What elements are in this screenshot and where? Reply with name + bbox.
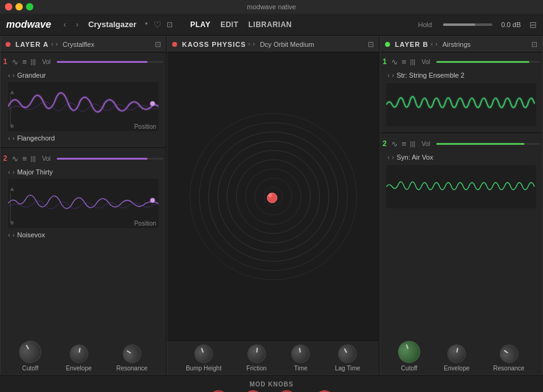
kaoss-header: KAOSS PHYSICS ‹ › Dcy Orbit Medium ⊡ xyxy=(167,36,379,52)
volume-slider[interactable] xyxy=(443,23,492,26)
layer-a-slot1: 1 ∿ ≡ ||| Vol ‹ › Grandeur xyxy=(1,52,166,146)
svg-point-0 xyxy=(150,101,155,106)
close-button[interactable] xyxy=(5,3,12,10)
slot2-sub-arrow-right[interactable]: › xyxy=(12,169,14,176)
resonance-b-knob[interactable] xyxy=(496,341,522,367)
spectra-knob[interactable] xyxy=(241,388,264,392)
layer-b-preset: Airstrings xyxy=(442,41,471,48)
layer-b-slot1-sub-arrow-right[interactable]: › xyxy=(392,72,394,79)
slot2-wave-icon: ∿ xyxy=(12,154,19,163)
layer-a-panel: LAYER A ‹ › Crystalflex ⊡ 1 ∿ ≡ ||| Vol … xyxy=(0,36,167,375)
slot2-sub-preset-row: ‹ › Major Thirty xyxy=(3,166,164,178)
favorite-button[interactable]: ♡ xyxy=(154,20,162,30)
kaoss-knobs-row: Bump Height Friction Time Lag Time xyxy=(167,340,379,374)
maximize-button[interactable] xyxy=(26,3,33,10)
resonance-a-knob-item: Resonance xyxy=(116,345,147,372)
slot2-stack-icon: ≡ xyxy=(22,154,27,163)
layer-a-save[interactable]: ⊡ xyxy=(155,40,161,49)
friction-knob[interactable] xyxy=(246,344,267,364)
layer-b-fwd[interactable]: › xyxy=(436,41,437,47)
layer-b-slot2-vol-bar[interactable] xyxy=(436,143,540,145)
minimize-button[interactable] xyxy=(15,3,23,10)
preset-back-button[interactable]: ‹ xyxy=(61,19,68,30)
slot1-sub-arrow-right[interactable]: › xyxy=(12,72,14,79)
slot1-bars-icon: ||| xyxy=(31,58,36,65)
layer-b-slot1-sub-preset-row: ‹ › Str: String Ensemble 2 xyxy=(383,70,540,81)
layer-a-preset: Crystalflex xyxy=(63,41,94,48)
preset-forward-button[interactable]: › xyxy=(73,19,81,30)
time-knob[interactable] xyxy=(290,343,312,365)
resonance-b-label: Resonance xyxy=(493,365,524,372)
svg-text:A: A xyxy=(10,187,14,192)
nav-play-button[interactable]: PLAY xyxy=(190,20,210,29)
settings-button[interactable]: ⊟ xyxy=(529,20,537,30)
svg-point-4 xyxy=(150,198,155,203)
layer-a-slot2-row: 2 ∿ ≡ ||| Vol xyxy=(3,152,164,165)
layer-a-power[interactable] xyxy=(6,42,10,47)
kaoss-preset: Dcy Orbit Medium xyxy=(260,41,314,48)
layer-a-back[interactable]: ‹ xyxy=(51,41,53,47)
cutoff-a-knob[interactable] xyxy=(15,337,45,367)
time-knob-item: Time xyxy=(291,345,310,372)
slot2-vol-bar[interactable] xyxy=(57,158,164,160)
slot2-bottom-arrow-left[interactable]: ‹ xyxy=(8,232,10,239)
layer-a-title: LAYER A xyxy=(15,41,49,48)
layer-b-slot1-vol-bar[interactable] xyxy=(436,61,540,63)
slot1-sub-arrow-left[interactable]: ‹ xyxy=(8,72,10,79)
layer-b-header: LAYER B ‹ › Airstrings ⊡ xyxy=(380,36,542,52)
preset-modified-indicator: * xyxy=(145,21,147,28)
slot2-sub-arrow-left[interactable]: ‹ xyxy=(8,169,10,176)
kaoss-fwd[interactable]: › xyxy=(253,41,255,47)
envelope-a-knob[interactable] xyxy=(68,343,89,365)
main-content: LAYER A ‹ › Crystalflex ⊡ 1 ∿ ≡ ||| Vol … xyxy=(0,36,543,375)
cutoff-a-knob-item: Cutoff xyxy=(19,341,41,372)
nav-edit-button[interactable]: EDIT xyxy=(220,20,238,29)
patternize-knob[interactable] xyxy=(312,387,338,392)
cutoff-b-knob[interactable] xyxy=(395,338,423,366)
slot1-bottom-preset-name: Flangechord xyxy=(17,134,55,142)
topbar-nav: PLAY EDIT LIBRARIAN xyxy=(190,20,292,29)
lag-time-knob[interactable] xyxy=(335,341,360,367)
resonance-b-knob-item: Resonance xyxy=(493,345,524,372)
animate-knob[interactable] xyxy=(276,390,298,392)
slot2-bottom-arrow-right[interactable]: › xyxy=(12,232,14,239)
layer-b-save[interactable]: ⊡ xyxy=(531,40,537,49)
layer-b-power[interactable] xyxy=(385,42,390,47)
layer-b-slot2-stack-icon: ≡ xyxy=(402,139,407,149)
slot1-vol-bar[interactable] xyxy=(57,61,164,63)
layer-b-slot1-sub-arrow-left[interactable]: ‹ xyxy=(388,72,389,79)
layer-a-header: LAYER A ‹ › Crystalflex ⊡ xyxy=(1,36,166,52)
preset-name: Crystalgazer xyxy=(88,20,136,29)
envelope-b-label: Envelope xyxy=(444,365,470,372)
bump-height-knob[interactable] xyxy=(192,342,215,365)
layer-b-slot2-bars-icon: ||| xyxy=(410,140,416,147)
hold-label: Hold xyxy=(418,21,433,28)
envelope-a-label: Envelope xyxy=(66,365,92,372)
layer-b-slot1-row: 1 ∿ ≡ ||| Vol xyxy=(383,55,540,68)
slot1-bottom-arrow-right[interactable]: › xyxy=(12,135,14,142)
envelope-b-knob-item: Envelope xyxy=(444,345,470,372)
layer-b-knobs: Cutoff Envelope Resonance xyxy=(380,337,542,374)
nav-librarian-button[interactable]: LIBRARIAN xyxy=(249,20,292,29)
svg-text:B: B xyxy=(10,220,14,226)
layer-b-slot1: 1 ∿ ≡ ||| Vol ‹ › Str: String Ensemble 2 xyxy=(380,52,542,131)
layer-b-slot2-sub-arrow-right[interactable]: › xyxy=(392,154,394,161)
resonance-a-knob[interactable] xyxy=(119,341,144,367)
kaoss-save[interactable]: ⊡ xyxy=(368,40,374,49)
layer-b-panel: LAYER B ‹ › Airstrings ⊡ 1 ∿ ≡ ||| Vol ‹… xyxy=(379,36,543,375)
friction-knob-item: Friction xyxy=(246,345,267,372)
envelope-b-knob[interactable] xyxy=(446,343,468,365)
slot1-number: 1 xyxy=(3,57,9,66)
kaoss-back[interactable]: ‹ xyxy=(248,41,250,47)
slot1-sub-preset-name: Grandeur xyxy=(17,71,46,79)
layer-b-back[interactable]: ‹ xyxy=(431,41,433,47)
kaoss-pad[interactable] xyxy=(167,52,379,340)
layer-a-fwd[interactable]: › xyxy=(56,41,57,47)
layer-b-slot2-sub-arrow-left[interactable]: ‹ xyxy=(388,154,389,161)
mod-knobs-title: MOD KNOBS xyxy=(0,381,543,388)
kaoss-panel: KAOSS PHYSICS ‹ › Dcy Orbit Medium ⊡ xyxy=(167,36,379,375)
slot1-bottom-arrow-left[interactable]: ‹ xyxy=(8,135,10,142)
kaoss-power[interactable] xyxy=(172,42,177,47)
layer-a-slot1-row: 1 ∿ ≡ ||| Vol xyxy=(3,55,164,68)
save-preset-button[interactable]: ⊡ xyxy=(167,20,173,29)
